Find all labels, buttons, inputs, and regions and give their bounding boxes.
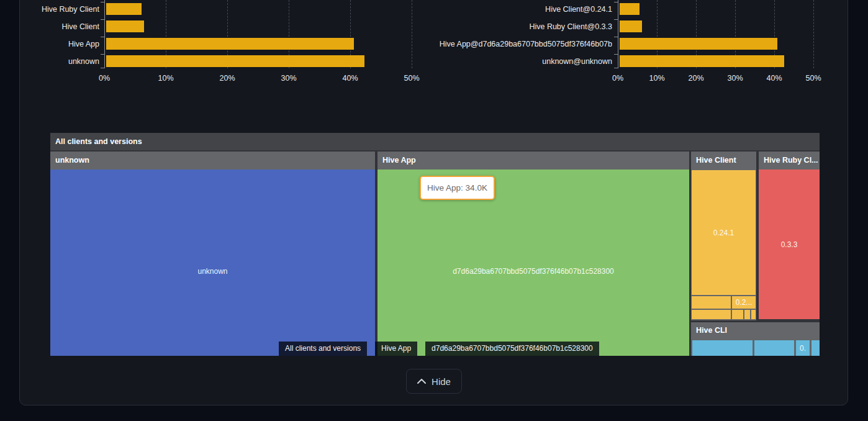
axis-tick — [614, 37, 618, 37]
chevron-up-icon — [417, 379, 426, 384]
x-tick-label: 20% — [214, 74, 241, 83]
breadcrumb-item-root[interactable]: All clients and versions — [279, 342, 367, 356]
treemap-cell-0[interactable]: 0. — [796, 340, 810, 356]
bar-hive-client-0-24-1[interactable] — [620, 3, 640, 15]
bar-unknown-unknown[interactable] — [620, 55, 784, 67]
treemap-section-unknown[interactable]: unknown unknown — [50, 152, 375, 356]
treemap-cell-0-24-1[interactable]: 0.24.1 — [692, 170, 756, 295]
treemap-section-header[interactable]: Hive Ruby Cl... — [759, 152, 820, 170]
bar-hive-app[interactable] — [106, 38, 354, 50]
treemap-cell-0-3-3[interactable]: 0.3.3 — [759, 170, 820, 319]
category-label: Hive Ruby Client@0.3.3 — [435, 22, 612, 32]
treemap-cell[interactable] — [692, 310, 731, 319]
chevron-right-icon — [368, 342, 374, 356]
hide-button[interactable]: Hide — [406, 369, 462, 394]
category-label: unknown — [0, 57, 99, 66]
axis-tick — [101, 54, 104, 55]
chevron-right-icon — [418, 342, 425, 356]
breadcrumb-item-hive-app[interactable]: Hive App — [375, 342, 417, 356]
x-tick-label: 20% — [682, 74, 710, 83]
x-tick-label: 30% — [721, 74, 749, 83]
bar-hive-ruby-client-0-3-3[interactable] — [620, 20, 642, 32]
treemap-section-header[interactable]: unknown — [50, 152, 375, 170]
treemap-cell[interactable] — [811, 340, 820, 356]
tooltip: Hive App: 34.0K — [420, 176, 495, 200]
category-label: Hive App — [0, 39, 99, 49]
tooltip-text: Hive App: 34.0K — [427, 183, 487, 192]
treemap-section-header[interactable]: Hive Client — [691, 152, 756, 170]
axis-tick — [614, 19, 618, 20]
category-label: Hive Client@0.24.1 — [435, 4, 612, 14]
category-label: Hive Ruby Client — [0, 4, 99, 14]
bar-unknown[interactable] — [106, 55, 364, 67]
treemap-cell-unknown[interactable]: unknown — [50, 170, 375, 356]
treemap-root-header[interactable]: All clients and versions — [50, 133, 820, 150]
treemap-section-hive-client[interactable]: Hive Client 0.24.1 0.2... — [691, 152, 756, 320]
axis-tick — [614, 54, 618, 55]
bar-hive-app-hash[interactable] — [620, 38, 777, 50]
y-axis-line — [618, 0, 618, 68]
y-axis-line — [104, 0, 105, 68]
hide-button-label: Hide — [432, 376, 451, 387]
x-tick-label: 10% — [152, 74, 179, 83]
chevron-right-glyph — [369, 345, 373, 353]
treemap: All clients and versions unknown unknown… — [50, 133, 820, 356]
treemap-cell-0-2[interactable]: 0.2... — [732, 296, 756, 309]
treemap-cell-0-23-0[interactable]: 0.23.0 — [754, 340, 794, 356]
breadcrumb: All clients and versions Hive App d7d6a2… — [279, 342, 599, 356]
x-tick-label: 10% — [643, 74, 671, 83]
treemap-cell-0-23-0[interactable]: 0.23.0 — [692, 340, 753, 356]
axis-tick — [101, 68, 104, 68]
treemap-cell[interactable] — [692, 296, 731, 309]
category-label: Hive App@d7d6a29ba6707bbd5075df376f46b07… — [435, 39, 612, 49]
x-tick-label: 30% — [275, 74, 302, 83]
bar-hive-ruby-client[interactable] — [106, 3, 142, 15]
treemap-section-header[interactable]: Hive CLI — [691, 322, 820, 339]
category-label: unknown@unknown — [435, 57, 612, 66]
x-tick-label: 50% — [398, 74, 425, 83]
x-tick-label: 0% — [604, 74, 631, 83]
treemap-section-hive-ruby-client[interactable]: Hive Ruby Cl... 0.3.3 — [759, 152, 820, 319]
treemap-section-header[interactable]: Hive App — [377, 152, 689, 170]
gridline — [813, 0, 814, 68]
treemap-section-hive-cli[interactable]: Hive CLI 0.23.0 0.23.0 0. — [691, 322, 820, 356]
category-label: Hive Client — [0, 22, 99, 32]
treemap-cell[interactable] — [751, 310, 756, 319]
x-tick-label: 40% — [337, 74, 364, 83]
axis-tick — [101, 37, 104, 37]
chevron-right-glyph — [419, 345, 423, 353]
treemap-cell[interactable] — [732, 310, 743, 319]
axis-tick — [101, 19, 104, 20]
breadcrumb-item-hash[interactable]: d7d6a29ba6707bbd5075df376f46b07b1c528300 — [425, 342, 599, 356]
axis-tick — [614, 2, 618, 2]
x-tick-label: 50% — [800, 74, 827, 83]
x-tick-label: 40% — [761, 74, 788, 83]
bar-hive-client[interactable] — [106, 20, 144, 32]
axis-tick — [101, 2, 104, 2]
treemap-cell[interactable] — [744, 310, 750, 319]
x-tick-label: 0% — [91, 74, 118, 83]
gridline — [412, 0, 412, 68]
axis-tick — [614, 68, 618, 68]
